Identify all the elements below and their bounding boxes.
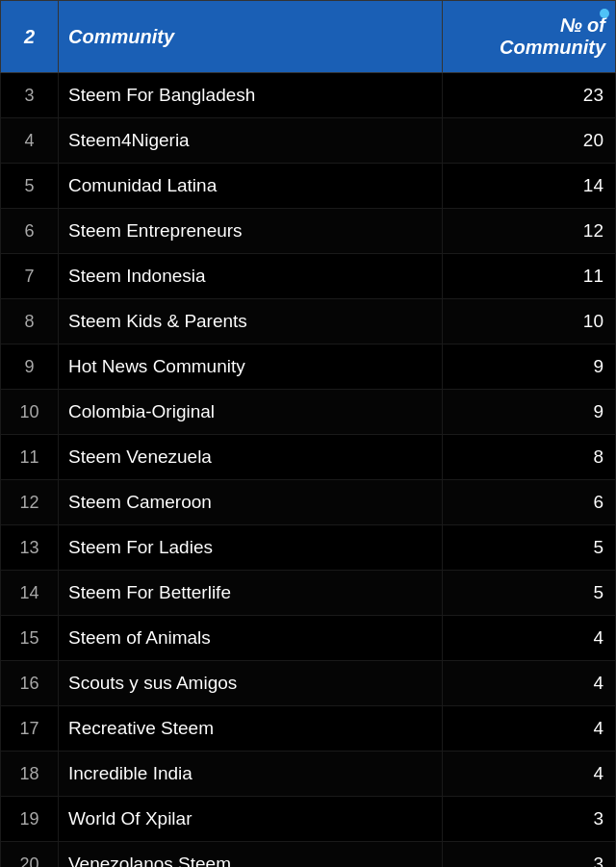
community-name-cell: Steem of Animals [59, 616, 443, 661]
community-name-cell: Venezolanos Steem [59, 842, 443, 868]
rank-cell: 6 [1, 209, 59, 254]
rank-cell: 17 [1, 706, 59, 752]
rank-cell: 4 [1, 118, 59, 164]
community-name-cell: Colombia-Original [59, 390, 443, 435]
count-cell: 3 [443, 842, 616, 868]
rank-cell: 5 [1, 164, 59, 209]
community-name-cell: Steem Kids & Parents [59, 299, 443, 344]
community-name-cell: Steem Indonesia [59, 254, 443, 299]
table-row: 13Steem For Ladies5 [1, 525, 616, 571]
header-rank: 2 [1, 1, 59, 73]
rank-cell: 20 [1, 842, 59, 868]
table-row: 14Steem For Betterlife5 [1, 571, 616, 616]
community-name-cell: Hot News Community [59, 344, 443, 390]
table-row: 11Steem Venezuela8 [1, 435, 616, 480]
community-name-cell: Steem For Ladies [59, 525, 443, 571]
table-row: 16Scouts y sus Amigos4 [1, 661, 616, 706]
count-cell: 6 [443, 480, 616, 525]
count-cell: 12 [443, 209, 616, 254]
table-row: 20Venezolanos Steem3 [1, 842, 616, 868]
table-row: 9Hot News Community9 [1, 344, 616, 390]
community-name-cell: Steem For Betterlife [59, 571, 443, 616]
table-row: 12Steem Cameroon6 [1, 480, 616, 525]
count-cell: 4 [443, 616, 616, 661]
community-name-cell: Steem Venezuela [59, 435, 443, 480]
count-cell: 20 [443, 118, 616, 164]
rank-cell: 19 [1, 797, 59, 842]
rank-cell: 7 [1, 254, 59, 299]
table-row: 18Incredible India4 [1, 752, 616, 797]
community-name-cell: Comunidad Latina [59, 164, 443, 209]
table-row: 7Steem Indonesia11 [1, 254, 616, 299]
header-community: Community [59, 1, 443, 73]
count-label-text: № of Community [500, 14, 605, 58]
rank-cell: 9 [1, 344, 59, 390]
count-cell: 3 [443, 797, 616, 842]
count-cell: 8 [443, 435, 616, 480]
table-row: 15Steem of Animals4 [1, 616, 616, 661]
table-row: 8Steem Kids & Parents10 [1, 299, 616, 344]
community-table: 2 Community № of Community 3Steem For Ba… [0, 0, 616, 867]
table-header-row: 2 Community № of Community [1, 1, 616, 73]
table-row: 5Comunidad Latina14 [1, 164, 616, 209]
rank-cell: 11 [1, 435, 59, 480]
dot-indicator [600, 9, 609, 18]
table-row: 3Steem For Bangladesh23 [1, 73, 616, 118]
community-name-cell: Steem4Nigeria [59, 118, 443, 164]
community-name-cell: World Of Xpilar [59, 797, 443, 842]
count-cell: 23 [443, 73, 616, 118]
rank-cell: 3 [1, 73, 59, 118]
count-cell: 5 [443, 571, 616, 616]
community-name-cell: Steem Cameroon [59, 480, 443, 525]
community-name-cell: Incredible India [59, 752, 443, 797]
rank-cell: 12 [1, 480, 59, 525]
community-name-cell: Steem Entrepreneurs [59, 209, 443, 254]
table-row: 17Recreative Steem4 [1, 706, 616, 752]
rank-cell: 18 [1, 752, 59, 797]
count-cell: 4 [443, 706, 616, 752]
rank-cell: 16 [1, 661, 59, 706]
rank-cell: 10 [1, 390, 59, 435]
community-name-cell: Steem For Bangladesh [59, 73, 443, 118]
count-cell: 9 [443, 390, 616, 435]
count-cell: 9 [443, 344, 616, 390]
count-cell: 14 [443, 164, 616, 209]
count-cell: 11 [443, 254, 616, 299]
count-cell: 5 [443, 525, 616, 571]
table-row: 6Steem Entrepreneurs12 [1, 209, 616, 254]
rank-cell: 15 [1, 616, 59, 661]
rank-cell: 13 [1, 525, 59, 571]
count-cell: 4 [443, 661, 616, 706]
header-count: № of Community [443, 1, 616, 73]
community-name-cell: Recreative Steem [59, 706, 443, 752]
count-cell: 4 [443, 752, 616, 797]
table-row: 10Colombia-Original9 [1, 390, 616, 435]
rank-cell: 14 [1, 571, 59, 616]
table-row: 4Steem4Nigeria20 [1, 118, 616, 164]
rank-cell: 8 [1, 299, 59, 344]
count-cell: 10 [443, 299, 616, 344]
table-row: 19World Of Xpilar3 [1, 797, 616, 842]
community-name-cell: Scouts y sus Amigos [59, 661, 443, 706]
